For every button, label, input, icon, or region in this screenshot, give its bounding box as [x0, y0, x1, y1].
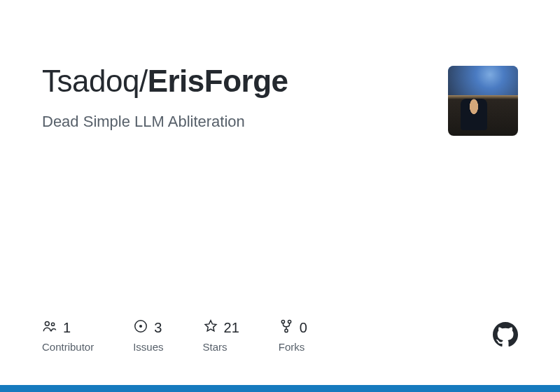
header: Tsadoq/ErisForge Dead Simple LLM Abliter…	[42, 63, 518, 136]
stat-label: Forks	[279, 341, 305, 353]
repo-title[interactable]: Tsadoq/ErisForge	[42, 63, 434, 100]
repo-name: ErisForge	[148, 64, 288, 98]
svg-point-4	[281, 320, 284, 323]
people-icon	[42, 318, 57, 337]
accent-bar	[0, 385, 560, 392]
stat-issues[interactable]: 3 Issues	[133, 318, 163, 353]
stat-forks[interactable]: 0 Forks	[279, 318, 307, 353]
fork-icon	[279, 318, 294, 337]
issue-icon	[133, 318, 148, 337]
repo-owner: Tsadoq	[42, 64, 139, 98]
title-block: Tsadoq/ErisForge Dead Simple LLM Abliter…	[42, 63, 434, 131]
stat-contributors[interactable]: 1 Contributor	[42, 318, 94, 353]
stats: 1 Contributor 3 Issues 21	[42, 318, 307, 353]
stat-label: Contributor	[42, 341, 94, 353]
svg-point-5	[288, 320, 290, 323]
repo-slash: /	[139, 64, 148, 98]
github-logo-icon[interactable]	[493, 322, 518, 350]
stat-value: 1	[63, 320, 71, 336]
stat-stars[interactable]: 21 Stars	[203, 318, 239, 353]
stat-label: Issues	[133, 341, 163, 353]
stat-value: 3	[154, 320, 162, 336]
svg-point-0	[45, 321, 49, 326]
social-card: Tsadoq/ErisForge Dead Simple LLM Abliter…	[0, 0, 560, 392]
stat-value: 0	[300, 320, 307, 336]
svg-point-3	[139, 325, 142, 328]
stats-row: 1 Contributor 3 Issues 21	[42, 318, 518, 353]
stat-value: 21	[224, 320, 239, 336]
stat-label: Stars	[203, 341, 227, 353]
svg-point-1	[51, 323, 54, 326]
repo-description: Dead Simple LLM Abliteration	[42, 113, 434, 131]
owner-avatar[interactable]	[448, 66, 518, 136]
star-icon	[203, 318, 218, 337]
svg-point-6	[285, 329, 288, 332]
